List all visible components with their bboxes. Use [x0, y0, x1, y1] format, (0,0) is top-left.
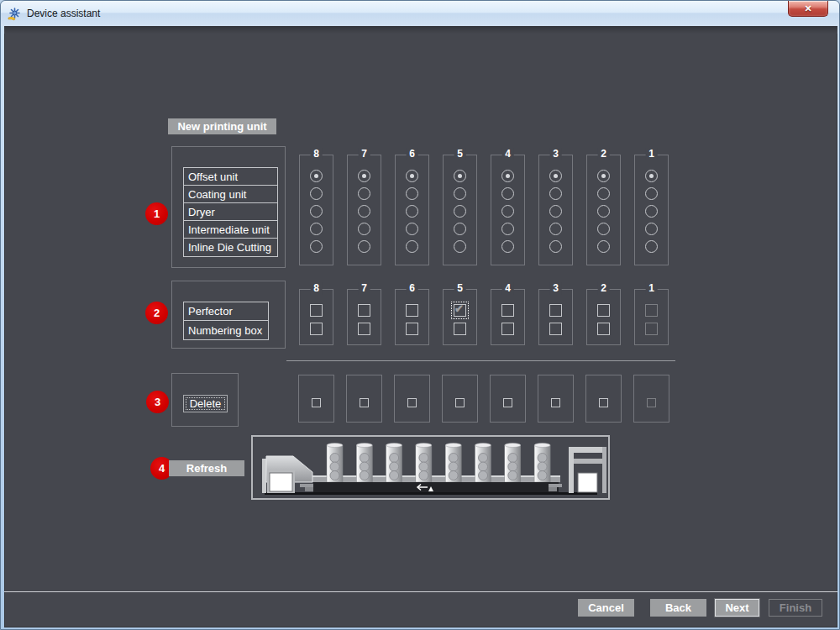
unit-type-radio[interactable]: [310, 240, 323, 253]
refresh-button[interactable]: Refresh: [169, 460, 244, 476]
unit-type-radio[interactable]: [597, 170, 610, 182]
back-button[interactable]: Back: [650, 599, 706, 617]
feature-checkbox[interactable]: [454, 304, 466, 317]
feature-checkbox[interactable]: [501, 304, 514, 317]
feeder-post: [569, 447, 574, 493]
window-title: Device assistant: [27, 8, 100, 19]
unit-column-3: 3: [538, 155, 573, 265]
unit-type-radio[interactable]: [501, 205, 514, 218]
unit-type-radio[interactable]: [406, 205, 418, 218]
unit-type-radio[interactable]: [597, 187, 610, 200]
unit-column-2: 2: [586, 155, 621, 265]
unit-type-radio[interactable]: [358, 205, 370, 218]
delete-checkbox[interactable]: [312, 398, 321, 407]
feature-checkbox[interactable]: [406, 304, 418, 317]
feature-checkbox[interactable]: [310, 323, 323, 335]
delete-checkbox[interactable]: [647, 398, 656, 407]
delete-checkbox[interactable]: [551, 398, 560, 407]
unit-type-radio[interactable]: [358, 223, 370, 235]
unit-type-radio[interactable]: [549, 240, 562, 253]
column-number-label: 7: [358, 282, 370, 295]
finish-button[interactable]: Finish: [769, 599, 822, 617]
feature-checkbox[interactable]: [454, 323, 466, 335]
unit-type-radio[interactable]: [310, 223, 323, 235]
unit-type-radio[interactable]: [454, 205, 466, 218]
unit-type-radio[interactable]: [406, 240, 418, 253]
unit-type-radio[interactable]: [645, 170, 658, 182]
unit-type-item[interactable]: Inline Die Cutting: [184, 239, 277, 256]
delete-checkbox[interactable]: [455, 398, 465, 407]
unit-type-radio[interactable]: [358, 240, 370, 253]
column-number-label: 7: [358, 148, 370, 160]
delete-checkbox[interactable]: [407, 398, 417, 407]
feature-checkbox[interactable]: [645, 304, 658, 317]
unit-type-radio[interactable]: [310, 205, 323, 218]
delete-column: [538, 375, 574, 423]
unit-type-radio[interactable]: [549, 187, 562, 200]
unit-type-radio[interactable]: [358, 187, 370, 200]
unit-type-radio[interactable]: [501, 170, 514, 182]
delete-column: [298, 375, 334, 423]
delete-button[interactable]: Delete: [183, 395, 228, 412]
unit-type-radio[interactable]: [454, 240, 466, 253]
feature-checkbox[interactable]: [549, 304, 562, 317]
printing-tower: [356, 444, 372, 483]
unit-type-radio[interactable]: [406, 170, 418, 182]
printing-tower: [534, 444, 550, 483]
unit-type-radio[interactable]: [310, 187, 323, 200]
feature-column-5: 5: [443, 289, 477, 345]
unit-type-radio[interactable]: [310, 170, 323, 182]
feature-checkbox[interactable]: [310, 304, 323, 317]
printing-tower: [505, 444, 521, 483]
unit-type-radio[interactable]: [597, 223, 610, 235]
feature-checkbox[interactable]: [645, 323, 658, 335]
unit-type-radio[interactable]: [597, 205, 610, 218]
unit-type-radio[interactable]: [597, 240, 610, 253]
column-number-label: 3: [549, 282, 562, 295]
unit-type-radio[interactable]: [645, 223, 658, 235]
unit-type-radio[interactable]: [501, 187, 514, 200]
feature-checkbox[interactable]: [501, 323, 514, 335]
feature-item[interactable]: Perfector: [184, 302, 268, 321]
cancel-button[interactable]: Cancel: [578, 599, 634, 617]
printing-tower: [445, 444, 461, 483]
column-number-label: 6: [406, 282, 418, 295]
unit-type-item[interactable]: Coating unit: [184, 186, 277, 203]
unit-type-radio[interactable]: [549, 205, 562, 218]
delete-column: [490, 375, 526, 423]
unit-type-radio[interactable]: [549, 223, 562, 235]
delivery-post: [262, 459, 266, 493]
delete-checkbox[interactable]: [599, 398, 608, 407]
unit-type-radio[interactable]: [454, 223, 466, 235]
feature-checkbox[interactable]: [597, 323, 610, 335]
feature-checkbox[interactable]: [358, 323, 370, 335]
unit-type-radio[interactable]: [406, 187, 418, 200]
delete-checkbox[interactable]: [503, 398, 512, 407]
unit-type-radio[interactable]: [454, 170, 466, 182]
unit-type-radio[interactable]: [501, 240, 514, 253]
unit-type-radio[interactable]: [454, 187, 466, 200]
feature-checkbox[interactable]: [406, 323, 418, 335]
unit-type-radio[interactable]: [501, 223, 514, 235]
unit-column-8: 8: [299, 155, 333, 265]
unit-type-radio[interactable]: [549, 170, 562, 182]
unit-type-radio[interactable]: [645, 240, 658, 253]
feeder-top: [569, 447, 606, 453]
unit-type-radio[interactable]: [358, 170, 370, 182]
ground-line: [265, 492, 597, 495]
feature-checkbox[interactable]: [549, 323, 562, 335]
unit-type-item[interactable]: Intermediate unit: [184, 221, 277, 239]
unit-type-item[interactable]: Dryer: [184, 203, 277, 221]
close-button[interactable]: ✕: [788, 1, 828, 17]
unit-type-radio[interactable]: [645, 205, 658, 218]
next-button[interactable]: Next: [715, 599, 759, 617]
feature-item[interactable]: Numbering box: [184, 321, 268, 339]
delete-checkbox[interactable]: [360, 398, 369, 407]
feature-checkbox[interactable]: [597, 304, 610, 317]
unit-type-radio[interactable]: [645, 187, 658, 200]
unit-type-item[interactable]: Offset unit: [184, 168, 277, 186]
step-badge-1: 1: [145, 202, 168, 225]
new-printing-unit-button[interactable]: New printing unit: [168, 118, 276, 134]
unit-type-radio[interactable]: [406, 223, 418, 235]
feature-checkbox[interactable]: [358, 304, 370, 317]
